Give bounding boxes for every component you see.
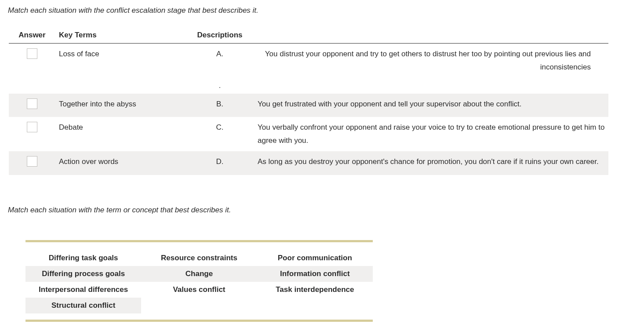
header-descriptions: Descriptions [186,28,254,44]
concepts-row: Interpersonal differences Values conflic… [25,282,373,298]
concept-item[interactable]: Differing task goals [25,250,141,266]
matching-table: Answer Key Terms Descriptions Loss of fa… [9,28,608,175]
concepts-table: Differing task goals Resource constraint… [25,250,373,313]
table-row: Action over words D. As long as you dest… [9,151,608,175]
letter-cell: B. [186,94,254,117]
answer-input[interactable] [27,98,37,109]
description-cell: You verbally confront your opponent and … [254,117,608,151]
header-answer: Answer [9,28,55,44]
concept-item[interactable]: Information conflict [257,266,373,282]
dot-cell: . [186,78,254,94]
table-row: Debate C. You verbally confront your opp… [9,117,608,151]
concept-item[interactable]: Task interdependence [257,282,373,298]
letter-cell: A. [186,44,254,78]
letter-cell: D. [186,151,254,175]
concept-item[interactable]: Resource constraints [141,250,257,266]
header-spacer [254,28,608,44]
letter-cell: C. [186,117,254,151]
concept-empty [257,298,373,313]
concepts-row: Structural conflict [25,298,373,313]
concepts-row: Differing task goals Resource constraint… [25,250,373,266]
header-key-terms: Key Terms [55,28,186,44]
concept-item[interactable]: Structural conflict [25,298,141,313]
table-header-row: Answer Key Terms Descriptions [9,28,608,44]
concept-item[interactable]: Interpersonal differences [25,282,141,298]
description-cell: You distrust your opponent and try to ge… [254,44,608,78]
dot-row: . [9,78,608,94]
table-row: Together into the abyss B. You get frust… [9,94,608,117]
term-cell: Debate [55,117,186,151]
answer-input[interactable] [27,156,37,167]
bottom-accent-bar [25,320,373,322]
top-accent-bar [25,240,373,242]
concept-item[interactable]: Change [141,266,257,282]
question1-prompt: Match each situation with the conflict e… [8,6,637,15]
page: Match each situation with the conflict e… [0,0,644,335]
concept-empty [141,298,257,313]
concept-item[interactable]: Values conflict [141,282,257,298]
question2-prompt: Match each situation with the term or co… [8,206,637,215]
concept-item[interactable]: Poor communication [257,250,373,266]
term-cell: Action over words [55,151,186,175]
table-row: Loss of face A. You distrust your oppone… [9,44,608,78]
concepts-row: Differing process goals Change Informati… [25,266,373,282]
term-cell: Loss of face [55,44,186,78]
description-cell: As long as you destroy your opponent's c… [254,151,608,175]
term-cell: Together into the abyss [55,94,186,117]
answer-input[interactable] [27,48,37,59]
concepts-box: Differing task goals Resource constraint… [25,240,373,322]
concept-item[interactable]: Differing process goals [25,266,141,282]
description-cell: You get frustrated with your opponent an… [254,94,608,117]
answer-input[interactable] [27,122,37,132]
